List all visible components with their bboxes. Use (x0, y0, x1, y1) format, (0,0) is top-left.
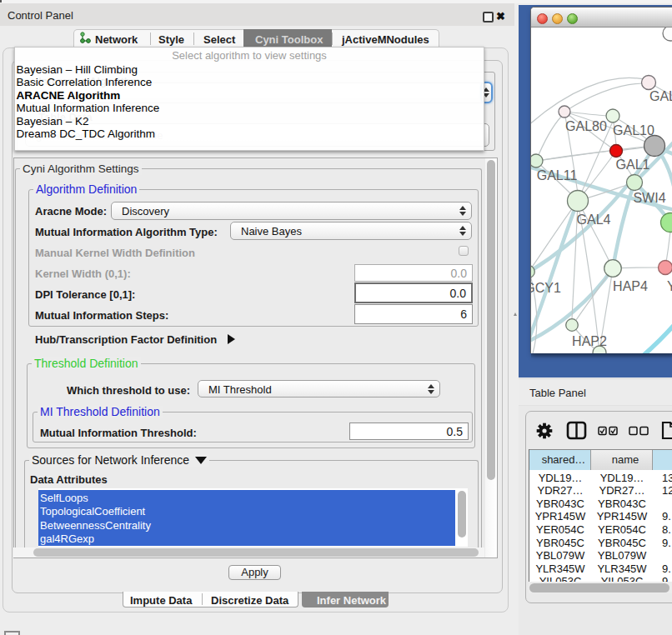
svg-text:SWI4: SWI4 (633, 191, 665, 205)
svg-text:GCY1: GCY1 (531, 281, 561, 295)
svg-text:GAL2: GAL2 (649, 89, 672, 103)
svg-text:HAP4: HAP4 (613, 279, 648, 293)
svg-text:GAL1: GAL1 (616, 158, 650, 172)
svg-text:HAP2: HAP2 (572, 334, 607, 348)
svg-text:GAL11: GAL11 (537, 168, 578, 182)
svg-text:GAL80: GAL80 (565, 119, 607, 133)
svg-text:GAL4: GAL4 (577, 212, 611, 227)
svg-text:Y: Y (667, 279, 672, 293)
svg-text:GAL10: GAL10 (613, 123, 654, 138)
